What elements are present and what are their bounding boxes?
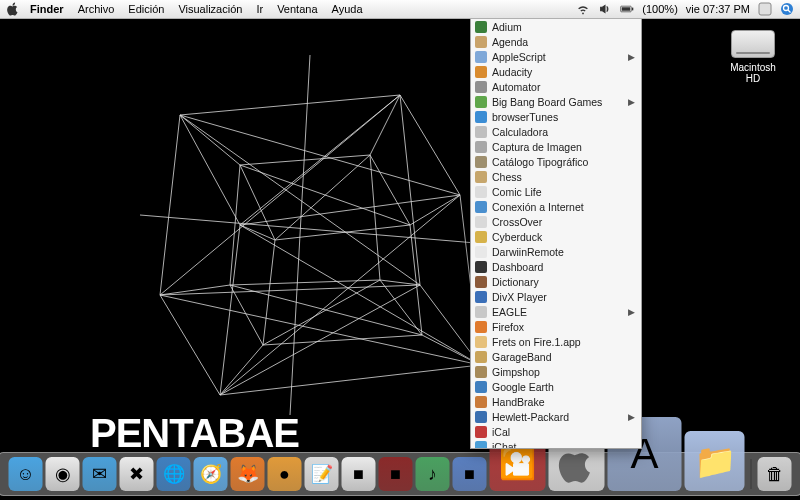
app-menu-item[interactable]: Automator — [471, 79, 641, 94]
macintosh-hd-icon[interactable]: Macintosh HD — [724, 30, 782, 84]
app-icon — [475, 36, 487, 48]
drive-icon — [731, 30, 775, 58]
app-icon — [475, 96, 487, 108]
app-icon — [475, 351, 487, 363]
app-menu-item[interactable]: GarageBand — [471, 349, 641, 364]
app-menu-item[interactable]: Conexión a Internet — [471, 199, 641, 214]
app-menu-item[interactable]: DivX Player — [471, 289, 641, 304]
dock[interactable]: ☺◉✉✖🌐🧭🦊●📝■■♪■🎦A📁🗑 — [0, 452, 800, 496]
app-menu-item[interactable]: AppleScript▶ — [471, 49, 641, 64]
app-menu-item[interactable]: browserTunes — [471, 109, 641, 124]
app-menu-label: Google Earth — [492, 381, 635, 393]
dock-google-earth-icon[interactable]: 🌐 — [157, 457, 191, 491]
app-menu-label: AppleScript — [492, 51, 628, 63]
app-icon — [475, 66, 487, 78]
menu-ventana[interactable]: Ventana — [277, 3, 317, 15]
app-menu-item[interactable]: Comic Life — [471, 184, 641, 199]
app-icon — [475, 261, 487, 273]
battery-icon[interactable] — [620, 2, 634, 16]
app-menu-item[interactable]: Firefox — [471, 319, 641, 334]
dock-itunes-icon[interactable]: ♪ — [416, 457, 450, 491]
app-menu-item[interactable]: Dashboard — [471, 259, 641, 274]
app-menu-label: DivX Player — [492, 291, 635, 303]
app-menu-item[interactable]: EAGLE▶ — [471, 304, 641, 319]
dock-trash-icon[interactable]: 🗑 — [758, 457, 792, 491]
app-menu-item[interactable]: Catálogo Tipográfico — [471, 154, 641, 169]
app-icon — [475, 336, 487, 348]
menubar: Finder Archivo Edición Visualización Ir … — [0, 0, 800, 19]
app-menu-label: Big Bang Board Games — [492, 96, 628, 108]
dock-textedit-icon[interactable]: 📝 — [305, 457, 339, 491]
app-name[interactable]: Finder — [30, 3, 64, 15]
app-icon — [475, 321, 487, 333]
menu-archivo[interactable]: Archivo — [78, 3, 115, 15]
app-menu-label: GarageBand — [492, 351, 635, 363]
app-menu-item[interactable]: DarwiinRemote — [471, 244, 641, 259]
app-menu-item[interactable]: iChat — [471, 439, 641, 449]
dock-app-x-icon[interactable]: ✖ — [120, 457, 154, 491]
app-menu-item[interactable]: iCal — [471, 424, 641, 439]
app-menu-item[interactable]: CrossOver — [471, 214, 641, 229]
app-menu-label: Gimpshop — [492, 366, 635, 378]
dock-mail-icon[interactable]: ✉ — [83, 457, 117, 491]
apple-logo-icon[interactable] — [6, 2, 20, 16]
app-menu-item[interactable]: Cyberduck — [471, 229, 641, 244]
app-icon — [475, 381, 487, 393]
app-menu-item[interactable]: Chess — [471, 169, 641, 184]
menu-ir[interactable]: Ir — [256, 3, 263, 15]
app-menu-label: Catálogo Tipográfico — [492, 156, 635, 168]
app-menu-item[interactable]: Agenda — [471, 34, 641, 49]
app-menu-label: EAGLE — [492, 306, 628, 318]
app-menu-label: Dictionary — [492, 276, 635, 288]
pref-icon[interactable] — [758, 2, 772, 16]
app-menu-item[interactable]: HandBrake — [471, 394, 641, 409]
app-menu-label: Automator — [492, 81, 635, 93]
clock[interactable]: vie 07:37 PM — [686, 3, 750, 15]
dock-app-dark-icon[interactable]: ■ — [342, 457, 376, 491]
app-icon — [475, 231, 487, 243]
menu-ayuda[interactable]: Ayuda — [332, 3, 363, 15]
dock-app-red-icon[interactable]: ■ — [379, 457, 413, 491]
app-icon — [475, 426, 487, 438]
submenu-arrow-icon: ▶ — [628, 412, 635, 422]
app-menu-item[interactable]: Hewlett-Packard▶ — [471, 409, 641, 424]
dock-documents-folder-icon[interactable]: 📁 — [685, 431, 745, 491]
app-menu-item[interactable]: Captura de Imagen — [471, 139, 641, 154]
app-icon — [475, 216, 487, 228]
app-menu-item[interactable]: Frets on Fire.1.app — [471, 334, 641, 349]
app-menu-label: Comic Life — [492, 186, 635, 198]
svg-rect-3 — [759, 3, 771, 15]
app-menu-item[interactable]: Calculadora — [471, 124, 641, 139]
wireframe-hypercube — [60, 35, 540, 425]
app-icon — [475, 396, 487, 408]
app-menu-label: Cyberduck — [492, 231, 635, 243]
volume-icon[interactable] — [598, 2, 612, 16]
applications-popup-menu[interactable]: AdiumAgendaAppleScript▶AudacityAutomator… — [470, 19, 642, 449]
app-menu-item[interactable]: Adium — [471, 19, 641, 34]
dock-finder-icon[interactable]: ☺ — [9, 457, 43, 491]
app-menu-item[interactable]: Big Bang Board Games▶ — [471, 94, 641, 109]
app-icon — [475, 186, 487, 198]
dock-separator — [751, 459, 752, 489]
menu-visualizacion[interactable]: Visualización — [178, 3, 242, 15]
dock-safari-icon[interactable]: 🧭 — [194, 457, 228, 491]
dock-app-blue2-icon[interactable]: ■ — [453, 457, 487, 491]
wifi-icon[interactable] — [576, 2, 590, 16]
menu-edicion[interactable]: Edición — [128, 3, 164, 15]
app-menu-label: Captura de Imagen — [492, 141, 635, 153]
submenu-arrow-icon: ▶ — [628, 97, 635, 107]
app-menu-label: Adium — [492, 21, 635, 33]
app-icon — [475, 306, 487, 318]
dock-dashboard-icon[interactable]: ◉ — [46, 457, 80, 491]
app-menu-item[interactable]: Google Earth — [471, 379, 641, 394]
dock-app-orange-icon[interactable]: ● — [268, 457, 302, 491]
app-menu-label: Chess — [492, 171, 635, 183]
app-menu-item[interactable]: Dictionary — [471, 274, 641, 289]
dock-firefox-icon[interactable]: 🦊 — [231, 457, 265, 491]
app-menu-label: Agenda — [492, 36, 635, 48]
app-menu-item[interactable]: Audacity — [471, 64, 641, 79]
app-menu-label: iCal — [492, 426, 635, 438]
app-menu-item[interactable]: Gimpshop — [471, 364, 641, 379]
app-icon — [475, 171, 487, 183]
spotlight-icon[interactable] — [780, 2, 794, 16]
